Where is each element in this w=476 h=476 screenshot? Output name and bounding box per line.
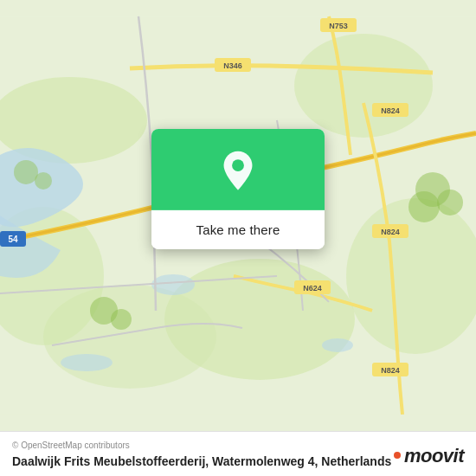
popup-header [151, 129, 325, 210]
svg-point-8 [322, 338, 353, 352]
svg-point-31 [232, 159, 244, 171]
svg-text:54: 54 [8, 235, 18, 244]
svg-text:N753: N753 [329, 22, 348, 30]
popup-card: Take me there [151, 129, 325, 249]
moovit-logo: moovit [394, 445, 464, 467]
moovit-dot [394, 452, 401, 459]
svg-point-28 [111, 309, 132, 330]
map-area[interactable]: N753 N346 N824 N824 N824 N624 54 [0, 0, 476, 431]
svg-text:N824: N824 [381, 228, 400, 236]
svg-text:N624: N624 [303, 284, 322, 293]
svg-text:N824: N824 [381, 106, 400, 115]
svg-point-7 [151, 274, 195, 295]
svg-point-29 [14, 160, 38, 184]
svg-point-2 [294, 34, 433, 138]
svg-text:N824: N824 [381, 366, 400, 375]
svg-text:N346: N346 [223, 61, 242, 70]
svg-point-30 [35, 172, 52, 190]
take-me-there-button[interactable]: Take me there [151, 210, 325, 249]
bottom-bar: © OpenStreetMap contributors Daalwijk Fr… [0, 431, 476, 476]
svg-point-25 [437, 190, 463, 215]
location-pin-icon [215, 150, 261, 195]
svg-point-26 [408, 191, 440, 222]
app-container: N753 N346 N824 N824 N824 N624 54 [0, 0, 476, 476]
moovit-brand-text: moovit [404, 445, 464, 467]
svg-point-9 [61, 354, 113, 371]
